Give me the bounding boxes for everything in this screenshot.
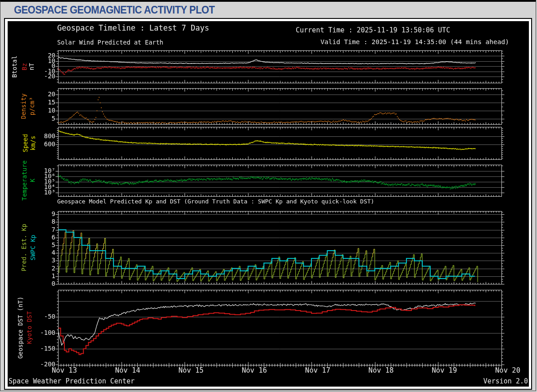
app-header: GEOSPACE GEOMAGNETIC ACTIVITY PLOT <box>0 2 536 18</box>
speed-axis-label: Speed <box>23 134 29 153</box>
page: GEOSPACE GEOMAGNETIC ACTIVITY PLOT Geosp… <box>0 0 536 391</box>
kp-ytick-label: 8 <box>8 218 55 225</box>
dst-axis-label: Kyoto DST <box>27 311 33 344</box>
footer-source: Space Weather Prediction Center <box>9 378 135 385</box>
density-ytick-label: 5 <box>8 115 55 122</box>
plot-title: Geospace Timeline : Latest 7 Days <box>57 24 209 32</box>
dst-axis-label: Geospace DST (nT) <box>18 296 24 358</box>
xaxis-date-label: Nov 17 <box>302 367 334 374</box>
kp-axis-label: SWPC Kp <box>30 235 36 261</box>
valid-time-label: Valid Time : 2025-11-19 14:35:00 (44 min… <box>320 39 509 46</box>
xaxis-date-label: Nov 18 <box>366 367 397 374</box>
kp-ytick-label: 2 <box>8 265 55 271</box>
kp-ytick-label: 1 <box>8 273 55 279</box>
page-title: GEOSPACE GEOMAGNETIC ACTIVITY PLOT <box>14 4 215 16</box>
xaxis-date-label: Nov 16 <box>239 367 270 374</box>
bfield-axis-label: Btotal <box>12 56 18 78</box>
density-ytick-label: 20 <box>8 91 55 97</box>
current-time-label: Current Time : 2025-11-19 13:50:06 UTC <box>296 27 450 34</box>
subtitle-solar-wind: Solar Wind Predicted at Earth <box>57 39 163 46</box>
bfield-axis-label: nT <box>29 63 35 70</box>
density-axis-label: p/cm³ <box>29 97 36 116</box>
xaxis-date-label: Nov 20 <box>492 367 523 374</box>
kp-axis-label: Pred. Est. Kp <box>21 224 27 271</box>
density-axis-label: Density <box>21 94 27 119</box>
xaxis-date-label: Nov 15 <box>175 367 207 374</box>
speed-axis-label: km/s <box>30 136 36 151</box>
temperature-axis-label: K <box>30 179 36 182</box>
xaxis-date-label: Nov 19 <box>429 367 460 374</box>
plot-frame: Geospace Timeline : Latest 7 Days Curren… <box>4 18 532 390</box>
xaxis-date-label: Nov 13 <box>49 367 80 374</box>
kp-ytick-label: 0 <box>8 280 55 287</box>
footer-version: Version 2.0 <box>483 378 528 385</box>
kp-ytick-label: 9 <box>8 211 55 217</box>
xaxis-date-label: Nov 14 <box>112 367 144 374</box>
dst-ytick-label: -150 <box>8 345 55 351</box>
plot-area: Geospace Timeline : Latest 7 Days Curren… <box>8 21 529 387</box>
kp-ytick-label: 7 <box>8 226 55 233</box>
temperature-ytick-label: 10³ <box>8 189 55 195</box>
dst-ytick-label: -200 <box>8 361 55 367</box>
temperature-axis-label: Temperature <box>22 160 28 200</box>
bfield-axis-label: Bz <box>22 63 28 70</box>
subtitle-model-kp-dst: Geospace Model Predicted Kp and DST (Gro… <box>57 198 374 205</box>
